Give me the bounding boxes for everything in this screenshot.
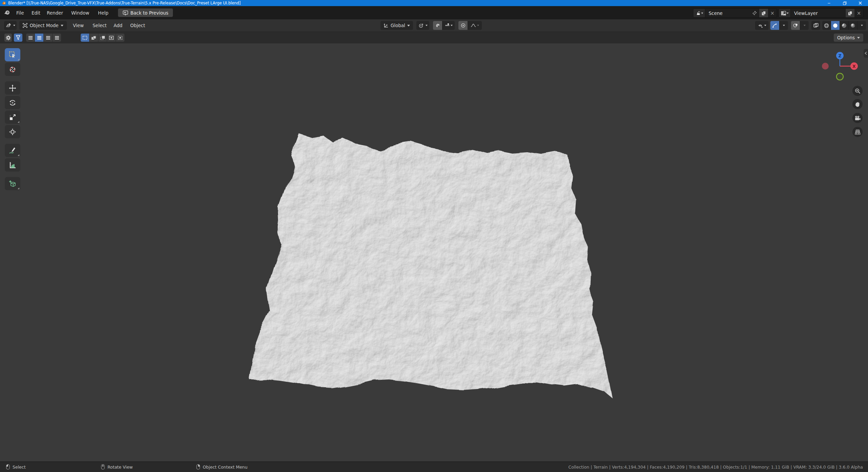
- toggle-xray-button[interactable]: [811, 21, 820, 30]
- tool-transform[interactable]: [5, 125, 20, 138]
- restore-icon: [843, 1, 847, 5]
- show-gizmo-toggle[interactable]: [770, 21, 779, 30]
- tool-select-box[interactable]: [5, 48, 20, 61]
- shading-wireframe-button[interactable]: [822, 21, 831, 30]
- chevron-down-icon: [477, 25, 479, 26]
- chevron-down-icon: [426, 25, 428, 26]
- tool-measure[interactable]: [5, 158, 20, 172]
- terrain-mesh-object[interactable]: [0, 43, 868, 462]
- tool-rotate[interactable]: [5, 96, 20, 109]
- chevron-down-icon: [61, 25, 63, 26]
- gizmo-axis-x-negative[interactable]: [822, 63, 829, 70]
- proportional-edit-toggle[interactable]: [458, 21, 468, 30]
- proportional-edit-icon: [461, 23, 466, 28]
- shading-material-button[interactable]: [840, 21, 848, 30]
- lines-icon: [28, 36, 33, 40]
- gizmo-dropdown[interactable]: [779, 21, 788, 30]
- tweak-mode-3-button[interactable]: [43, 34, 52, 42]
- sidebar-collapse-tab[interactable]: [864, 49, 868, 58]
- blender-menu-icon[interactable]: [4, 10, 10, 16]
- menu-object[interactable]: Object: [128, 19, 147, 32]
- viewport-3d[interactable]: Z X: [0, 43, 868, 462]
- tool-scale[interactable]: [5, 111, 20, 124]
- menu-render[interactable]: Render: [45, 6, 65, 19]
- shading-dropdown[interactable]: [857, 21, 866, 30]
- tweak-mode-1-button[interactable]: [26, 34, 35, 42]
- scene-name[interactable]: Scene: [705, 11, 750, 16]
- browse-scene-button[interactable]: [693, 9, 705, 17]
- hint-rotate-view: Rotate View: [101, 462, 133, 472]
- new-view-layer-button[interactable]: [845, 9, 854, 17]
- camera-view-button[interactable]: [852, 113, 863, 123]
- toggle-perspective-button[interactable]: [852, 127, 863, 137]
- remove-scene-button[interactable]: ×: [768, 9, 777, 17]
- pan-view-button[interactable]: [852, 99, 863, 109]
- hint-select-label: Select: [13, 465, 26, 470]
- back-to-previous-button[interactable]: Back to Previous: [118, 8, 173, 17]
- proportional-falloff-dropdown[interactable]: [468, 21, 482, 30]
- tool-annotate[interactable]: [5, 144, 20, 157]
- close-button[interactable]: ×: [852, 0, 868, 6]
- select-mode-subtract-button[interactable]: [98, 34, 107, 42]
- transform-icon: [9, 128, 16, 136]
- orthographic-grid-icon: [855, 130, 861, 135]
- shading-rendered-button[interactable]: [848, 21, 857, 30]
- filter-button[interactable]: [14, 34, 22, 42]
- shading-solid-button[interactable]: [831, 21, 840, 30]
- pin-scene-button[interactable]: [750, 9, 759, 17]
- tool-add-cube[interactable]: [5, 177, 20, 190]
- editor-type-button[interactable]: [4, 21, 17, 30]
- scene-statistics: Collection | Terrain | Verts:4,194,304 |…: [568, 462, 863, 472]
- mouse-right-icon: [196, 464, 200, 470]
- chevron-down-icon: [857, 37, 860, 39]
- select-mode-invert-button[interactable]: [107, 34, 116, 42]
- window-title: Blender* [\\True-NAS\Google_Drive_True-V…: [8, 1, 241, 5]
- snap-toggle[interactable]: [433, 21, 442, 30]
- view-layer-name[interactable]: ViewLayer: [791, 11, 845, 16]
- pivot-point-dropdown[interactable]: [416, 21, 429, 30]
- transform-orientation-label: Global: [391, 23, 405, 28]
- snap-to-dropdown[interactable]: [442, 21, 455, 30]
- window-titlebar[interactable]: Blender* [\\True-NAS\Google_Drive_True-V…: [0, 0, 868, 6]
- select-mode-intersect-button[interactable]: [116, 34, 124, 42]
- pin-icon: [752, 11, 757, 15]
- tool-cursor[interactable]: [5, 63, 20, 76]
- show-overlays-toggle[interactable]: [791, 21, 800, 30]
- mode-selector[interactable]: Object Mode: [19, 21, 67, 30]
- gear-icon: [6, 35, 11, 40]
- gizmo-axis-y[interactable]: [836, 73, 843, 80]
- transform-orientation-dropdown[interactable]: Global: [380, 21, 413, 30]
- zoom-view-button[interactable]: [852, 86, 863, 96]
- chevron-down-icon: [701, 13, 703, 14]
- statusbar: Select Rotate View Object Context Menu C…: [0, 461, 868, 472]
- wireframe-sphere-icon: [824, 23, 829, 28]
- tweak-mode-4-button[interactable]: [52, 34, 61, 42]
- duplicate-icon: [848, 11, 852, 16]
- tool-settings-gear-button[interactable]: [4, 34, 12, 42]
- tool-move[interactable]: [5, 81, 20, 95]
- minimize-button[interactable]: −: [821, 0, 837, 6]
- cursor-3d-icon: [9, 66, 16, 73]
- select-mode-set-button[interactable]: [81, 34, 89, 42]
- select-mode-extend-button[interactable]: [89, 34, 98, 42]
- menu-help[interactable]: Help: [96, 6, 111, 19]
- measure-icon: [9, 161, 16, 169]
- remove-view-layer-button[interactable]: ×: [854, 9, 863, 17]
- new-scene-button[interactable]: [759, 9, 768, 17]
- overlays-icon: [793, 23, 798, 28]
- menu-edit[interactable]: Edit: [29, 6, 42, 19]
- menu-file[interactable]: File: [14, 6, 26, 19]
- object-visibility-dropdown[interactable]: [755, 21, 769, 30]
- navigation-gizmo[interactable]: Z X: [821, 47, 859, 85]
- shading-mode-controls: [822, 21, 866, 30]
- hand-icon: [855, 101, 860, 107]
- menu-window[interactable]: Window: [69, 6, 91, 19]
- tool-options-dropdown[interactable]: Options: [834, 34, 863, 42]
- restore-button[interactable]: [837, 0, 852, 6]
- overlays-dropdown[interactable]: [800, 21, 809, 30]
- tweak-mode-2-button[interactable]: [35, 34, 43, 42]
- menu-add[interactable]: Add: [112, 19, 124, 32]
- browse-view-layer-button[interactable]: [779, 9, 791, 17]
- menu-select[interactable]: Select: [91, 19, 109, 32]
- menu-view[interactable]: View: [71, 19, 86, 32]
